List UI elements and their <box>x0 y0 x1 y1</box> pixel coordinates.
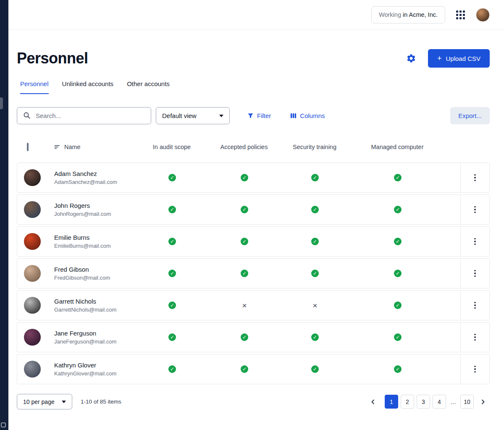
left-nav-rail[interactable] <box>0 0 8 430</box>
kebab-icon <box>474 270 476 277</box>
status-managed-computer: ✓ <box>341 333 455 341</box>
avatar <box>24 233 41 250</box>
check-icon: ✓ <box>311 174 319 181</box>
table-row[interactable]: Emilie Burns EmilieBurns@mail.com ✓ ✓ ✓ … <box>17 226 490 257</box>
avatar <box>24 201 41 218</box>
column-header-name[interactable]: Name <box>54 144 144 150</box>
status-security-training: × <box>289 302 341 309</box>
row-menu-button[interactable] <box>460 163 489 192</box>
check-icon: ✓ <box>241 365 248 373</box>
check-icon: ✓ <box>394 174 402 181</box>
check-icon: ✓ <box>394 302 402 309</box>
export-button[interactable]: Export... <box>450 107 490 124</box>
tab-personnel[interactable]: Personnel <box>20 80 49 94</box>
settings-gear-icon[interactable] <box>406 53 416 63</box>
page-button-4[interactable]: 4 <box>433 395 446 409</box>
check-icon: ✓ <box>311 333 319 341</box>
search-box <box>17 107 151 124</box>
per-page-select[interactable]: 10 per page <box>17 394 72 409</box>
check-icon: ✓ <box>241 206 248 213</box>
table-row[interactable]: John Rogers JohnRogers@mail.com ✓ ✓ ✓ ✓ <box>17 194 490 225</box>
row-menu-button[interactable] <box>460 354 489 384</box>
tab-unlinked-accounts[interactable]: Unlinked accounts <box>62 80 114 94</box>
check-icon: ✓ <box>168 333 176 341</box>
person-name: Garrett Nichols <box>54 298 145 305</box>
pagination-summary: 1-10 of 85 items <box>81 399 121 405</box>
check-icon: ✓ <box>168 238 176 245</box>
prev-page-button[interactable] <box>366 395 380 409</box>
upload-csv-label: Upload CSV <box>446 55 480 62</box>
upload-csv-button[interactable]: + Upload CSV <box>428 49 490 68</box>
check-icon: ✓ <box>241 238 248 245</box>
person-email: EmilieBurns@mail.com <box>54 243 145 249</box>
check-icon: ✓ <box>241 333 248 341</box>
columns-label: Columns <box>300 112 325 119</box>
search-input[interactable] <box>17 107 151 124</box>
status-in-audit-scope: ✓ <box>145 174 200 181</box>
check-icon: ✓ <box>168 270 176 277</box>
chevron-left-icon <box>370 399 376 405</box>
filter-icon <box>247 113 254 119</box>
check-icon: ✓ <box>168 365 176 373</box>
row-menu-button[interactable] <box>460 259 489 288</box>
avatar <box>24 169 41 186</box>
view-select-value: Default view <box>162 112 197 119</box>
status-in-audit-scope: ✓ <box>145 206 200 213</box>
table-row[interactable]: Fred Gibson FredGibson@mail.com ✓ ✓ ✓ ✓ <box>17 258 490 288</box>
nav-rail-marker <box>0 97 3 109</box>
view-select[interactable]: Default view <box>156 107 230 124</box>
column-header-in-audit-scope: In audit scope <box>144 144 199 150</box>
table-row[interactable]: Adam Sanchez AdamSanchez@mail.com ✓ ✓ ✓ … <box>17 163 490 193</box>
status-accepted-policies: × <box>200 302 289 309</box>
page-button-2[interactable]: 2 <box>401 395 414 409</box>
status-managed-computer: ✓ <box>341 302 455 309</box>
columns-button[interactable]: Columns <box>290 112 325 119</box>
tab-other-accounts[interactable]: Other accounts <box>127 80 170 94</box>
person-name: Adam Sanchez <box>54 170 145 177</box>
check-icon: ✓ <box>311 238 319 245</box>
page-button-1[interactable]: 1 <box>385 395 398 409</box>
select-all-checkbox[interactable] <box>27 143 29 151</box>
status-managed-computer: ✓ <box>341 174 455 181</box>
page-button-3[interactable]: 3 <box>417 395 430 409</box>
search-icon <box>23 112 31 119</box>
status-security-training: ✓ <box>289 333 341 341</box>
top-bar: Working in Acme, Inc. <box>8 0 504 30</box>
check-icon: ✓ <box>394 333 402 341</box>
user-avatar[interactable] <box>476 8 490 22</box>
table-row[interactable]: Kathryn Glover KathrynGlover@mail.com ✓ … <box>17 354 490 384</box>
sort-icon <box>54 144 60 150</box>
kebab-icon <box>474 238 476 245</box>
person-email: AdamSanchez@mail.com <box>54 179 145 185</box>
status-in-audit-scope: ✓ <box>145 238 200 245</box>
status-in-audit-scope: ✓ <box>145 302 200 309</box>
pagination-bar: 10 per page 1-10 of 85 items 1 2 3 4 … 1… <box>17 394 490 422</box>
plus-icon: + <box>437 55 442 62</box>
row-menu-button[interactable] <box>460 227 489 256</box>
table-row[interactable]: Jane Ferguson JaneFerguson@mail.com ✓ ✓ … <box>17 322 490 352</box>
app-window: Working in Acme, Inc. Personnel + Upload… <box>0 0 504 430</box>
check-icon: ✓ <box>241 270 248 277</box>
nav-rail-bottom-icon <box>1 422 6 427</box>
page-button-10[interactable]: 10 <box>460 395 474 409</box>
row-menu-button[interactable] <box>460 291 489 320</box>
row-menu-button[interactable] <box>460 322 489 352</box>
status-security-training: ✓ <box>289 365 341 373</box>
apps-grid-icon[interactable] <box>456 10 465 19</box>
status-managed-computer: ✓ <box>341 206 455 213</box>
per-page-value: 10 per page <box>23 399 55 405</box>
chevron-right-icon <box>480 399 486 405</box>
row-menu-button[interactable] <box>460 195 489 224</box>
status-accepted-policies: ✓ <box>200 174 289 181</box>
kebab-icon <box>474 302 476 309</box>
table-row[interactable]: Garrett Nichols GarrettNichols@mail.com … <box>17 290 490 320</box>
filter-label: Filter <box>257 112 271 119</box>
org-switcher-button[interactable]: Working in Acme, Inc. <box>371 6 445 24</box>
filter-button[interactable]: Filter <box>247 112 271 119</box>
next-page-button[interactable] <box>476 395 490 409</box>
person-name: John Rogers <box>54 202 145 209</box>
kebab-icon <box>474 206 476 213</box>
status-accepted-policies: ✓ <box>200 206 289 213</box>
cross-icon: × <box>312 302 317 309</box>
status-managed-computer: ✓ <box>341 238 455 245</box>
